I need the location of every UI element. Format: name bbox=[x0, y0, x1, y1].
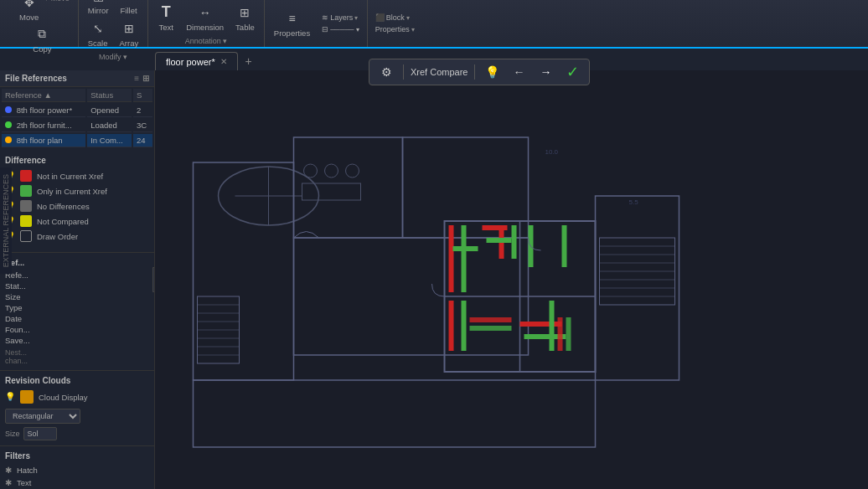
layers-dropdown[interactable]: ⊟ ───── ▾ bbox=[319, 24, 362, 34]
xref-title: Xref Compare bbox=[411, 67, 468, 77]
difference-legend: Difference 💡 Not in Current Xref 💡 Only … bbox=[0, 149, 154, 253]
toolbar-section-insert: ≡ Properties ≋ File References Layers ▾ … bbox=[265, 0, 368, 47]
modify-section-label: Modify ▾ bbox=[84, 51, 142, 61]
details-key-stat: Stat... bbox=[5, 281, 26, 291]
floor-plan-svg: 10.0 5.5 bbox=[155, 70, 868, 489]
legend-label-red: Not in Current Xref bbox=[37, 172, 103, 181]
details-key-date: Date bbox=[5, 314, 22, 323]
array-button[interactable]: ⊞ Array bbox=[116, 18, 143, 49]
table-row[interactable]: 8th floor plan In Com... 24 bbox=[2, 134, 152, 147]
ref-name-1: 8th floor power* bbox=[17, 106, 73, 115]
tab-close-button[interactable]: ✕ bbox=[220, 57, 227, 66]
details-key-type: Type bbox=[5, 303, 23, 312]
svg-rect-50 bbox=[470, 326, 512, 331]
size-label: Size bbox=[5, 430, 20, 438]
table-button[interactable]: ⊞ Table bbox=[231, 3, 259, 33]
table-row[interactable]: 2th floor furnit... Loaded 3C bbox=[2, 119, 152, 132]
properties-button[interactable]: ≡ Properties bbox=[270, 8, 314, 39]
filter-hatch[interactable]: ✱ Hatch bbox=[5, 466, 149, 475]
dimension-icon: ↔ bbox=[197, 4, 214, 21]
xref-gear-button[interactable]: ⚙ bbox=[376, 62, 396, 82]
dimension-button[interactable]: ↔ Dimension bbox=[182, 3, 228, 33]
svg-rect-51 bbox=[558, 317, 563, 351]
legend-item-draworder: 💡 Draw Order bbox=[5, 230, 149, 242]
tab-floor-power[interactable]: floor power* ✕ bbox=[155, 52, 238, 70]
legend-color-red bbox=[20, 170, 32, 182]
status-dot-loaded bbox=[5, 121, 12, 128]
properties-right-button[interactable]: Properties ▾ bbox=[373, 24, 417, 34]
xref-bulb-button[interactable]: 💡 bbox=[482, 62, 502, 82]
xref-forward-button[interactable]: → bbox=[535, 62, 555, 82]
new-tab-button[interactable]: + bbox=[240, 52, 258, 70]
svg-rect-26 bbox=[462, 301, 467, 351]
hatch-label: Hatch bbox=[17, 466, 38, 475]
panel-grid-icon[interactable]: ⊞ bbox=[142, 74, 149, 83]
cloud-display-row: 💡 Cloud Display bbox=[5, 390, 149, 404]
tab-label: floor power* bbox=[166, 57, 215, 67]
array-icon: ⊞ bbox=[121, 20, 137, 37]
xref-accept-button[interactable]: ✓ bbox=[562, 62, 582, 82]
svg-rect-24 bbox=[462, 225, 467, 292]
mirror-button[interactable]: ◫ Mirror bbox=[84, 0, 113, 17]
panel-list-icon[interactable]: ≡ bbox=[134, 74, 139, 83]
filters-panel: Filters ✱ Hatch ✱ Text bbox=[0, 446, 154, 489]
legend-item-yellow: 💡 Not Compared bbox=[5, 215, 149, 227]
size-input[interactable] bbox=[23, 427, 57, 440]
scale-button[interactable]: ⤡ Scale bbox=[84, 18, 112, 49]
xref-back-button[interactable]: ← bbox=[509, 62, 529, 82]
move-button[interactable]: ✥ Move bbox=[15, 0, 43, 23]
svg-rect-27 bbox=[487, 238, 512, 243]
annotation-section-label: Annotation ▾ bbox=[153, 35, 259, 45]
main-toolbar: ✥ Move ▾ Move ⧉ Copy ◫ Mirror bbox=[0, 0, 868, 49]
block-icon: ⬛ bbox=[375, 13, 385, 22]
details-key-found: Foun... bbox=[5, 325, 30, 334]
table-label: Table bbox=[235, 23, 255, 32]
scale-icon: ⤡ bbox=[90, 20, 106, 37]
fillet-button[interactable]: ⌒ Fillet bbox=[116, 0, 142, 17]
filter-text[interactable]: ✱ Text bbox=[5, 478, 149, 487]
svg-rect-28 bbox=[550, 301, 555, 351]
block-button[interactable]: ⬛ Block ▾ bbox=[373, 13, 417, 23]
panel-header-icons: ≡ ⊞ bbox=[134, 74, 149, 83]
details-nest: Nest... bbox=[5, 348, 149, 357]
ref-name-2: 2th floor furnit... bbox=[17, 121, 72, 130]
col-status: Status bbox=[87, 89, 132, 102]
svg-rect-21 bbox=[449, 301, 454, 351]
legend-item-red: 💡 Not in Current Xref bbox=[5, 170, 149, 182]
svg-rect-52 bbox=[566, 317, 571, 351]
details-chan: chan... bbox=[5, 357, 149, 365]
copy-button[interactable]: ⧉ Copy bbox=[28, 24, 55, 55]
xref-title-text: Xref Compare bbox=[411, 67, 468, 77]
panel-collapse-handle[interactable]: ‹ bbox=[152, 267, 155, 292]
legend-color-draw bbox=[20, 230, 32, 242]
gear-icon: ⚙ bbox=[381, 65, 392, 79]
ref-status-1: Opened bbox=[87, 104, 132, 117]
svg-rect-30 bbox=[453, 246, 478, 251]
bulb-icon-cloud: 💡 bbox=[5, 392, 15, 402]
legend-color-gray bbox=[20, 200, 32, 212]
left-panel: File References ≡ ⊞ Reference ▲ Status S… bbox=[0, 70, 155, 489]
text-icon: T bbox=[158, 4, 174, 21]
copy-label: Copy bbox=[33, 44, 51, 54]
toolbar-section-annotation: T Text ↔ Dimension ⊞ Table Annotation ▾ bbox=[148, 0, 265, 47]
table-row[interactable]: 8th floor power* Opened 2 bbox=[2, 104, 152, 117]
ref-status-3: In Com... bbox=[87, 134, 132, 147]
legend-color-yellow bbox=[20, 215, 32, 227]
more-indicator: ▾ Move bbox=[44, 0, 70, 3]
svg-text:10.0: 10.0 bbox=[545, 148, 559, 156]
toolbar-section-block: ⬛ Block ▾ Properties ▾ bbox=[368, 0, 422, 47]
cloud-color-box[interactable] bbox=[20, 390, 34, 404]
svg-rect-22 bbox=[483, 225, 508, 230]
layers-button[interactable]: ≋ File References Layers ▾ bbox=[319, 13, 362, 23]
shape-dropdown-row: Rectangular Polygonal Freehand bbox=[5, 409, 149, 424]
details-row-save: Save... bbox=[5, 336, 149, 345]
ref-status-2: Loaded bbox=[87, 119, 132, 132]
fillet-icon: ⌒ bbox=[121, 0, 137, 4]
properties-icon: ≡ bbox=[283, 10, 300, 27]
details-row-stat: Stat... bbox=[5, 281, 149, 291]
text-button[interactable]: T Text bbox=[153, 3, 178, 33]
mirror-icon: ◫ bbox=[90, 0, 106, 4]
shape-select[interactable]: Rectangular Polygonal Freehand bbox=[5, 409, 80, 424]
canvas-area[interactable]: 10.0 5.5 bbox=[155, 70, 868, 489]
details-title: Def... bbox=[5, 258, 149, 267]
